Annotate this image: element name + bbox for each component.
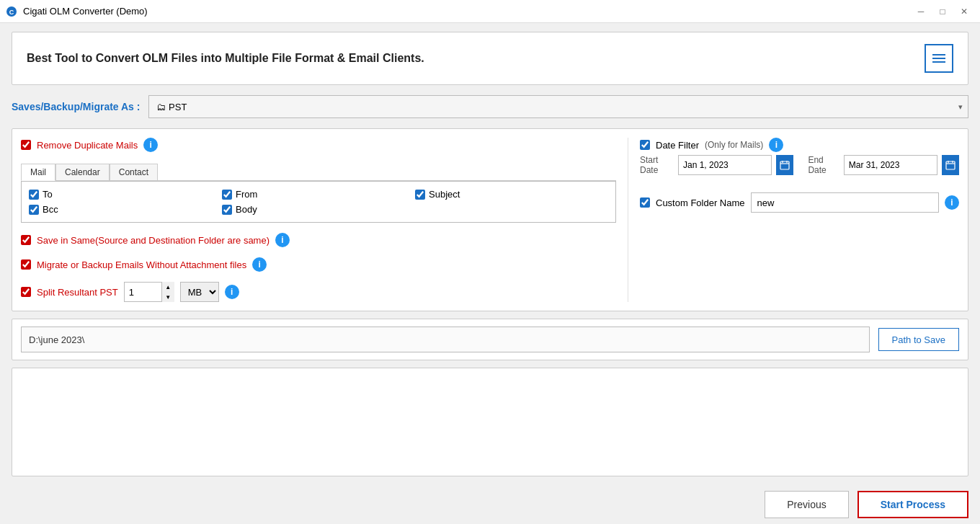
save-same-label: Save in Same(Source and Destination Fold… [37,235,270,246]
date-filter-info-button[interactable]: i [769,138,783,152]
svg-text:C: C [9,9,14,16]
tab-calendar[interactable]: Calendar [55,164,110,180]
calendar-icon-2 [945,160,956,170]
end-date-calendar-button[interactable] [942,155,959,175]
tab-mail[interactable]: Mail [21,164,55,181]
filter-subject: Subject [415,189,608,200]
date-filter-section: Date Filter (Only for Mails) i Start Dat… [640,138,959,175]
filter-to-checkbox[interactable] [29,190,39,200]
format-row: Saves/Backup/Migrate As : 🗂 PST MSG EML … [12,92,968,121]
date-fields: Start Date [640,155,959,175]
filter-to: To [29,189,222,200]
minimize-button[interactable]: ─ [911,4,931,19]
split-arrows: ▲ ▼ [161,282,174,302]
remove-duplicate-row: Remove Duplicate Mails i [21,138,616,152]
bottom-bar: Previous Start Process [0,485,980,524]
start-date-group: Start Date [640,155,793,175]
date-filter-label: Date Filter [656,140,699,151]
migrate-no-attachment-checkbox[interactable] [21,259,31,270]
left-panel: Remove Duplicate Mails i Mail Calendar C… [21,138,616,302]
menu-button[interactable] [925,44,953,73]
menu-line-3 [932,61,945,63]
custom-folder-input[interactable] [751,192,939,213]
main-panel: Remove Duplicate Mails i Mail Calendar C… [12,128,968,311]
tabs-section: Mail Calendar Contact To From [21,162,616,223]
split-pst-info-button[interactable]: i [225,285,239,299]
filter-from-checkbox[interactable] [222,190,232,200]
filter-box: To From Subject Bcc [21,181,616,223]
close-button[interactable]: ✕ [954,4,974,19]
remove-duplicate-checkbox[interactable] [21,140,31,150]
log-section [12,368,968,476]
app-icon: C [6,6,17,17]
end-date-input[interactable] [844,155,937,175]
header-banner: Best Tool to Convert OLM Files into Mult… [12,32,968,85]
path-to-save-button[interactable]: Path to Save [878,328,959,351]
remove-duplicate-info-button[interactable]: i [143,138,158,152]
path-input[interactable] [21,327,870,352]
filter-body-label: Body [236,204,257,215]
maximize-button[interactable]: □ [932,4,953,19]
filter-bcc: Bcc [29,204,222,215]
migrate-no-attachment-row: Migrate or Backup Emails Without Attachm… [21,257,616,272]
start-date-input[interactable] [678,155,772,175]
filter-to-label: To [43,189,53,200]
start-process-button[interactable]: Start Process [858,491,968,518]
window-title: Cigati OLM Converter (Demo) [23,6,148,17]
date-filter-sublabel: (Only for Mails) [705,140,763,150]
calendar-icon [780,160,790,170]
remove-duplicate-label: Remove Duplicate Mails [37,140,138,151]
content-area: Best Tool to Convert OLM Files into Mult… [0,23,980,485]
filter-subject-label: Subject [429,189,460,200]
split-pst-checkbox[interactable] [21,287,31,297]
previous-button[interactable]: Previous [765,491,848,518]
custom-folder-info-button[interactable]: i [945,195,959,210]
filter-bcc-checkbox[interactable] [29,205,39,215]
right-panel: Date Filter (Only for Mails) i Start Dat… [628,138,959,302]
filter-bcc-label: Bcc [43,204,58,215]
split-down-button[interactable]: ▼ [162,292,174,302]
filter-subject-checkbox[interactable] [415,190,425,200]
svg-rect-6 [946,161,955,169]
filter-from-label: From [236,189,257,200]
start-date-label: Start Date [640,155,674,175]
svg-rect-2 [780,161,789,169]
path-section: Path to Save [12,319,968,360]
end-date-group: End Date [808,155,959,175]
menu-line-1 [932,54,945,55]
filter-from: From [222,189,415,200]
tabs-row: Mail Calendar Contact [21,164,616,181]
migrate-no-attachment-label: Migrate or Backup Emails Without Attachm… [37,259,246,270]
save-same-row: Save in Same(Source and Destination Fold… [21,233,616,247]
format-select[interactable]: 🗂 PST MSG EML PDF HTML MBOX [148,95,968,118]
split-value-wrapper: ▲ ▼ [124,282,174,302]
format-select-wrapper: 🗂 PST MSG EML PDF HTML MBOX ▾ [148,95,968,118]
title-bar: C Cigati OLM Converter (Demo) ─ □ ✕ [0,0,980,23]
migrate-no-attachment-info-button[interactable]: i [252,257,267,272]
save-same-checkbox[interactable] [21,235,31,245]
split-pst-label: Split Resultant PST [37,287,118,298]
split-unit-select[interactable]: MB GB KB [180,282,219,302]
format-label: Saves/Backup/Migrate As : [12,101,140,112]
filter-body-checkbox[interactable] [222,205,232,215]
end-date-label: End Date [808,155,839,175]
tab-contact[interactable]: Contact [110,164,158,180]
menu-line-2 [932,58,945,59]
header-title: Best Tool to Convert OLM Files into Mult… [27,52,424,65]
filter-body: Body [222,204,415,215]
split-up-button[interactable]: ▲ [162,282,174,292]
start-date-calendar-button[interactable] [776,155,793,175]
split-pst-row: Split Resultant PST ▲ ▼ MB GB KB i [21,282,616,302]
title-bar-left: C Cigati OLM Converter (Demo) [6,6,148,17]
title-bar-controls: ─ □ ✕ [911,4,974,19]
custom-folder-row: Custom Folder Name i [640,192,959,213]
custom-folder-checkbox[interactable] [640,197,650,208]
save-same-info-button[interactable]: i [275,233,290,247]
custom-folder-label: Custom Folder Name [656,197,745,208]
date-filter-row: Date Filter (Only for Mails) i [640,138,959,152]
date-filter-checkbox[interactable] [640,140,650,150]
main-window: C Cigati OLM Converter (Demo) ─ □ ✕ Best… [0,0,980,524]
